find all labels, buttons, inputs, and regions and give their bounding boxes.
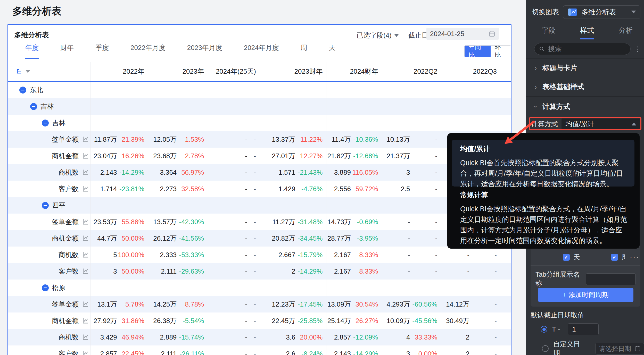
metric-label: 商机金额	[52, 234, 79, 243]
row-header-cell: 吉林	[8, 115, 90, 131]
trend-icon[interactable]	[82, 268, 89, 275]
group-label: 东北	[30, 86, 43, 95]
column-header: 2024年(25天)	[208, 62, 260, 81]
option-mean-cumulative[interactable]: 均值/累计 Quick BI会首先按照指标配置的聚合方式分别按天聚合，再对周/月…	[452, 140, 634, 187]
trend-icon[interactable]	[82, 136, 89, 143]
trend-icon[interactable]	[82, 235, 89, 242]
collapse-icon[interactable]	[42, 284, 49, 291]
trend-icon[interactable]	[82, 218, 89, 225]
chevron-down-icon	[631, 11, 636, 13]
tab-财年[interactable]: 财年	[60, 43, 74, 59]
cutoff-date-input[interactable]: 2024-01-25	[426, 28, 499, 40]
table-cell: 13.57万-42.30%	[148, 214, 208, 230]
table-row: 四平	[8, 197, 511, 214]
table-cell: 2.857-12.09%	[326, 329, 382, 345]
week-checkbox-label: 周	[622, 253, 625, 262]
table-cell: 26.38万-5.54%	[148, 312, 208, 329]
calc-mode-select[interactable]: 均值/累计	[562, 119, 640, 129]
table-row: 商机金额23.04万16.26%23.68万2.78%--27.01万12.27…	[8, 148, 511, 164]
table-cell: --	[208, 230, 260, 247]
table-row: 签单金额23.53万55.88%13.57万-42.30%--11.27万-31…	[8, 214, 511, 230]
table-cell: 25.14万26.27%	[326, 312, 382, 329]
table-cell: --	[208, 263, 260, 280]
sidebar-tab-分析[interactable]: 分析	[619, 26, 633, 38]
search-field[interactable]	[548, 45, 626, 53]
table-cell	[441, 98, 511, 115]
sidebar-tab-样式[interactable]: 样式	[580, 26, 594, 39]
section-calc-mode[interactable]: › 计算方式	[526, 97, 644, 116]
collapse-icon[interactable]	[19, 87, 26, 94]
tab-年度[interactable]: 年度	[25, 43, 39, 59]
more-horizontal-icon[interactable]: ···	[630, 253, 639, 261]
week-checkbox[interactable]: ✓	[611, 254, 618, 261]
row-header-cell: 签单金额	[8, 214, 90, 230]
yoy-toggle-button[interactable]: 年同比	[465, 46, 491, 57]
collapse-icon[interactable]	[42, 202, 49, 209]
mom-toggle-button[interactable]: 环比	[491, 46, 511, 57]
section-table-style[interactable]: › 表格基础样式	[526, 77, 644, 97]
table-cell: 2-	[441, 345, 511, 355]
search-input[interactable]	[534, 43, 631, 55]
table-cell: 2.27332.58%	[148, 181, 208, 197]
tab-2022年月度[interactable]: 2022年月度	[130, 43, 166, 59]
table-cell: --	[382, 247, 441, 263]
table-cell	[260, 115, 326, 131]
tab-2023年月度[interactable]: 2023年月度	[187, 43, 222, 59]
custom-date-input[interactable]: 请选择日期	[596, 343, 644, 354]
table-cell: 23.53万55.88%	[90, 214, 148, 230]
table-cell	[208, 115, 260, 131]
table-row: 签单金额13.1万5.78%14.25万8.78%--12.23万-17.45%…	[8, 296, 511, 312]
row-header-cell: 商机金额	[8, 312, 90, 329]
column-header: 2024财年	[326, 62, 382, 81]
table-cell	[382, 280, 441, 296]
table-cell: 27.92万31.86%	[90, 312, 148, 329]
chevron-down-icon	[394, 34, 399, 37]
table-cell: 2.333-53.33%	[148, 247, 208, 263]
table-cell	[382, 98, 441, 115]
option-regular-calc[interactable]: 常规计算 Quick BI会按照指标配置的聚合方式，在周/月/季/年/自定义日期…	[452, 190, 634, 246]
day-checkbox[interactable]: ✓	[563, 254, 570, 261]
table-cell: --	[208, 131, 260, 148]
collapse-icon[interactable]	[30, 103, 37, 110]
table-cell: 14.12万-	[441, 296, 511, 312]
more-options-icon[interactable]: ⋮	[634, 48, 641, 50]
chevron-up-icon	[632, 123, 636, 125]
section-label: 表格基础样式	[542, 82, 584, 91]
table-body: 东北吉林吉林签单金额11.87万21.39%12.05万1.53%--13.37…	[8, 82, 511, 355]
custom-date-label: 自定义日期	[553, 340, 585, 355]
chevron-down-icon[interactable]	[26, 70, 30, 73]
trend-icon[interactable]	[82, 169, 89, 176]
table-row: 松原	[8, 280, 511, 296]
selected-fields-dropdown[interactable]: 已选字段(4)	[357, 31, 399, 40]
hierarchy-tree-icon[interactable]	[16, 68, 23, 75]
trend-icon[interactable]	[82, 153, 89, 159]
table-cell: 2.55659.72%	[326, 181, 382, 197]
trend-icon[interactable]	[82, 350, 89, 355]
trend-icon[interactable]	[82, 334, 89, 341]
row-header-cell: 吉林	[8, 98, 90, 115]
calendar-icon	[489, 30, 495, 37]
row-header-cell: 商机数	[8, 164, 90, 181]
t-minus-radio[interactable]	[541, 326, 547, 333]
tab-天[interactable]: 天	[329, 43, 336, 59]
table-cell: 2.889-15.74%	[148, 329, 208, 345]
trend-icon[interactable]	[82, 301, 89, 308]
group-label: 松原	[52, 283, 65, 292]
tab-2024年月度[interactable]: 2024年月度	[244, 43, 279, 59]
t-minus-value-input[interactable]	[568, 323, 599, 335]
table-cell: 2.1678.33%	[326, 247, 382, 263]
collapse-icon[interactable]	[42, 120, 49, 126]
trend-icon[interactable]	[82, 185, 89, 192]
tab-group-name-input[interactable]	[586, 273, 635, 285]
table-cell	[441, 280, 511, 296]
tab-季度[interactable]: 季度	[95, 43, 109, 59]
chevron-right-icon: ›	[535, 64, 537, 72]
sidebar-tab-字段[interactable]: 字段	[541, 26, 555, 38]
trend-icon[interactable]	[82, 251, 89, 258]
section-title-card[interactable]: › 标题与卡片	[526, 59, 644, 77]
add-time-period-button[interactable]: + 添加时间周期	[538, 288, 633, 302]
custom-date-radio[interactable]	[542, 345, 549, 352]
tab-周[interactable]: 周	[301, 43, 307, 59]
trend-icon[interactable]	[82, 317, 89, 324]
chart-type-select[interactable]: 多维分析表	[563, 5, 640, 19]
